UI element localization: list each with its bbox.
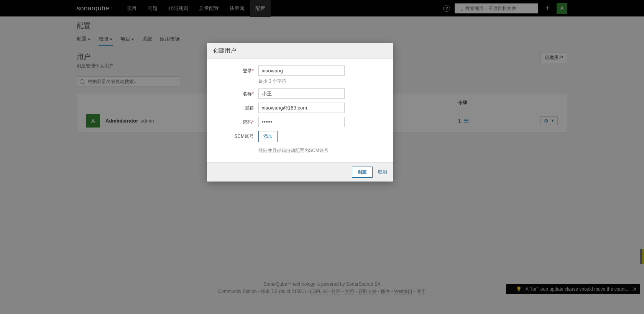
name-input[interactable] (258, 88, 345, 99)
login-input[interactable] (258, 65, 345, 76)
create-user-modal: 创建用户 登录* 最少 3 个字符 名称* 邮箱 密码* SCM账号 添加 登陆… (207, 43, 393, 182)
required-mark: * (252, 68, 254, 74)
label-login: 登录 (243, 68, 252, 74)
modal-body: 登录* 最少 3 个字符 名称* 邮箱 密码* SCM账号 添加 登陆并且邮箱自… (207, 59, 393, 162)
form-row-scm: SCM账号 添加 登陆并且邮箱自动配置为SCM账号 (216, 131, 384, 154)
required-mark: * (252, 91, 254, 96)
cancel-link[interactable]: 取消 (378, 169, 387, 175)
form-row-name: 名称* (216, 88, 384, 99)
required-mark: * (252, 119, 254, 125)
scm-hint: 登陆并且邮箱自动配置为SCM账号 (258, 147, 384, 154)
submit-button[interactable]: 创建 (352, 167, 373, 178)
form-row-login: 登录* 最少 3 个字符 (216, 65, 384, 85)
email-input[interactable] (258, 103, 345, 113)
add-scm-button[interactable]: 添加 (258, 131, 278, 142)
label-name: 名称 (243, 91, 252, 96)
form-row-password: 密码* (216, 117, 384, 127)
password-input[interactable] (258, 117, 345, 127)
label-password: 密码 (243, 119, 252, 125)
modal-title: 创建用户 (207, 43, 393, 59)
modal-footer: 创建 取消 (207, 162, 393, 182)
label-scm: SCM账号 (234, 134, 254, 139)
label-email: 邮箱 (245, 105, 254, 111)
login-hint: 最少 3 个字符 (258, 78, 384, 85)
form-row-email: 邮箱 (216, 103, 384, 113)
